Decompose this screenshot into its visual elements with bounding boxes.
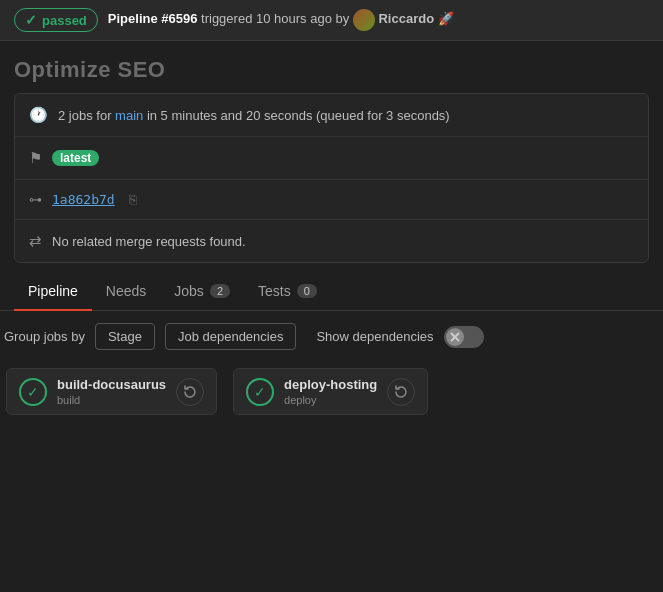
- job-name-build: build-docusaurus: [57, 377, 166, 392]
- tab-tests-label: Tests: [258, 283, 291, 299]
- x-icon: [449, 331, 461, 343]
- branch-link[interactable]: main: [115, 108, 143, 123]
- trigger-text: triggered 10 hours ago by: [201, 11, 349, 26]
- job-retry-button-deploy[interactable]: [387, 378, 415, 406]
- tag-row: ⚑ latest: [15, 137, 648, 180]
- header-bar: ✓ passed Pipeline #6596 triggered 10 hou…: [0, 0, 663, 41]
- commit-row: ⊶ 1a862b7d ⎘: [15, 180, 648, 220]
- pipeline-status-badge: ✓ passed: [14, 8, 98, 32]
- author-name: Riccardo: [378, 11, 434, 26]
- tab-jobs-count: 2: [210, 284, 230, 298]
- retry-icon-build: [183, 385, 197, 399]
- tab-pipeline-label: Pipeline: [28, 283, 78, 299]
- avatar: [353, 9, 375, 31]
- toggle-circle: [446, 328, 464, 346]
- page-title: Optimize SEO: [0, 41, 663, 93]
- status-label: passed: [42, 13, 87, 28]
- job-card-deploy: ✓ deploy-hosting deploy: [233, 368, 428, 415]
- info-card: 🕐 2 jobs for main in 5 minutes and 20 se…: [14, 93, 649, 263]
- job-info-deploy: deploy-hosting deploy: [284, 377, 377, 406]
- merge-requests-text: No related merge requests found.: [52, 234, 246, 249]
- commit-icon: ⊶: [29, 192, 42, 207]
- retry-icon-deploy: [394, 385, 408, 399]
- clock-icon: 🕐: [29, 106, 48, 124]
- pipeline-id: Pipeline #6596: [108, 11, 198, 26]
- job-status-icon-deploy: ✓: [246, 378, 274, 406]
- tabs-bar: Pipeline Needs Jobs 2 Tests 0: [0, 273, 663, 311]
- jobs-summary-row: 🕐 2 jobs for main in 5 minutes and 20 se…: [15, 94, 648, 137]
- job-status-icon-build: ✓: [19, 378, 47, 406]
- tab-needs[interactable]: Needs: [92, 273, 160, 311]
- show-dependencies-label: Show dependencies: [316, 329, 433, 344]
- job-stage-deploy: deploy: [284, 394, 377, 406]
- tab-jobs-label: Jobs: [174, 283, 204, 299]
- job-card-build: ✓ build-docusaurus build: [6, 368, 217, 415]
- copy-icon[interactable]: ⎘: [129, 192, 137, 207]
- tab-needs-label: Needs: [106, 283, 146, 299]
- pipeline-info: Pipeline #6596 triggered 10 hours ago by…: [108, 9, 454, 31]
- tab-tests[interactable]: Tests 0: [244, 273, 331, 311]
- group-by-job-deps-button[interactable]: Job dependencies: [165, 323, 297, 350]
- job-stage-build: build: [57, 394, 166, 406]
- show-dependencies-toggle[interactable]: [444, 326, 484, 348]
- tag-badge: latest: [52, 150, 99, 166]
- jobs-summary-text: 2 jobs for main in 5 minutes and 20 seco…: [58, 108, 450, 123]
- job-retry-button-build[interactable]: [176, 378, 204, 406]
- rocket-emoji: 🚀: [438, 11, 454, 26]
- job-name-deploy: deploy-hosting: [284, 377, 377, 392]
- job-info-build: build-docusaurus build: [57, 377, 166, 406]
- group-jobs-bar: Group jobs by Stage Job dependencies Sho…: [0, 311, 663, 362]
- check-icon: ✓: [25, 12, 37, 28]
- jobs-section: ✓ build-docusaurus build ✓ deploy-hostin…: [0, 362, 663, 421]
- group-jobs-label: Group jobs by: [4, 329, 85, 344]
- tab-tests-count: 0: [297, 284, 317, 298]
- tab-pipeline[interactable]: Pipeline: [14, 273, 92, 311]
- flag-icon: ⚑: [29, 149, 42, 167]
- group-by-stage-button[interactable]: Stage: [95, 323, 155, 350]
- merge-requests-row: ⇄ No related merge requests found.: [15, 220, 648, 262]
- commit-hash-link[interactable]: 1a862b7d: [52, 192, 115, 207]
- merge-icon: ⇄: [29, 232, 42, 250]
- tab-jobs[interactable]: Jobs 2: [160, 273, 244, 311]
